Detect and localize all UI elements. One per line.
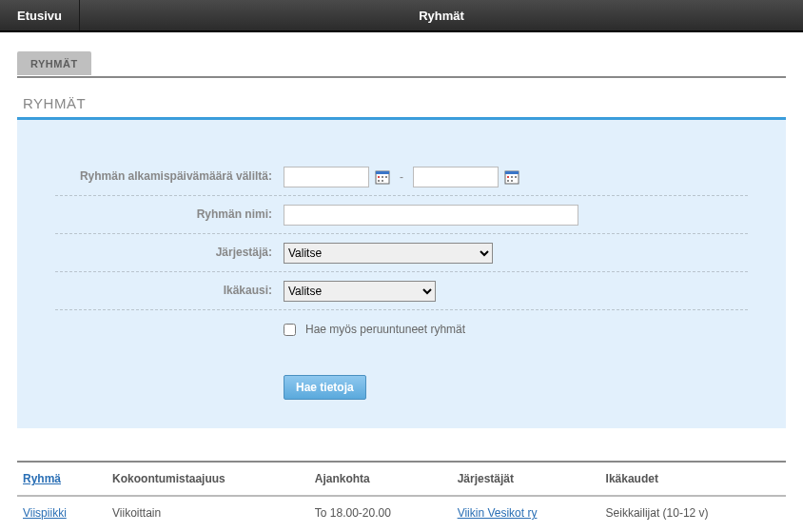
search-button[interactable]: Hae tietoja	[284, 375, 366, 400]
nav-home[interactable]: Etusivu	[0, 0, 80, 30]
svg-rect-3	[382, 176, 383, 178]
label-group-name: Ryhmän nimi:	[55, 207, 284, 223]
age-group-select[interactable]: Valitse	[284, 281, 436, 302]
col-group[interactable]: Ryhmä	[17, 463, 107, 496]
group-name-input[interactable]	[284, 205, 578, 226]
label-organizer: Järjestäjä:	[55, 246, 284, 261]
svg-rect-5	[378, 180, 380, 182]
search-panel: Ryhmän alkamispäivämäärä väliltä: - Ryhm…	[17, 117, 786, 428]
cell-ages: Seikkailijat (10-12 v)	[600, 496, 786, 529]
calendar-icon[interactable]	[375, 169, 390, 185]
include-cancelled-label: Hae myös peruuntuneet ryhmät	[305, 323, 465, 336]
results-area: Ryhmä Kokoontumistaajuus Ajankohta Järje…	[17, 461, 786, 529]
svg-rect-13	[511, 180, 513, 182]
svg-rect-2	[378, 176, 380, 178]
label-age-group: Ikäkausi:	[55, 284, 284, 299]
svg-rect-6	[382, 180, 383, 182]
top-nav: Etusivu Ryhmät	[0, 0, 803, 32]
label-date-range: Ryhmän alkamispäivämäärä väliltä:	[55, 169, 284, 185]
col-time: Ajankohta	[309, 463, 452, 496]
group-link[interactable]: Viispiikki	[23, 506, 67, 520]
svg-rect-12	[507, 180, 509, 182]
section-title: RYHMÄT	[23, 95, 786, 111]
calendar-icon[interactable]	[504, 169, 519, 185]
tab-row: RYHMÄT	[17, 51, 786, 78]
tab-groups[interactable]: RYHMÄT	[17, 51, 91, 75]
date-from-input[interactable]	[284, 167, 369, 187]
table-row: Viispiikki Viikoittain To 18.00-20.00 Vi…	[17, 496, 786, 529]
nav-groups[interactable]: Ryhmät	[80, 0, 803, 30]
svg-rect-8	[505, 171, 519, 174]
svg-rect-1	[376, 171, 389, 174]
svg-rect-9	[507, 176, 509, 178]
cell-time: To 18.00-20.00	[309, 496, 452, 529]
svg-rect-11	[515, 176, 517, 178]
col-frequency: Kokoontumistaajuus	[107, 463, 309, 496]
results-table: Ryhmä Kokoontumistaajuus Ajankohta Järje…	[17, 463, 786, 529]
include-cancelled-checkbox[interactable]	[284, 324, 296, 336]
organizer-link[interactable]: Viikin Vesikot ry	[458, 506, 538, 520]
col-organizers: Järjestäjät	[452, 463, 600, 496]
organizer-select[interactable]: Valitse	[284, 243, 493, 264]
svg-rect-4	[385, 176, 387, 178]
svg-rect-10	[511, 176, 513, 178]
col-ages: Ikäkaudet	[600, 463, 786, 496]
cell-frequency: Viikoittain	[107, 496, 309, 529]
date-to-input[interactable]	[413, 167, 499, 187]
date-range-dash: -	[400, 170, 403, 184]
